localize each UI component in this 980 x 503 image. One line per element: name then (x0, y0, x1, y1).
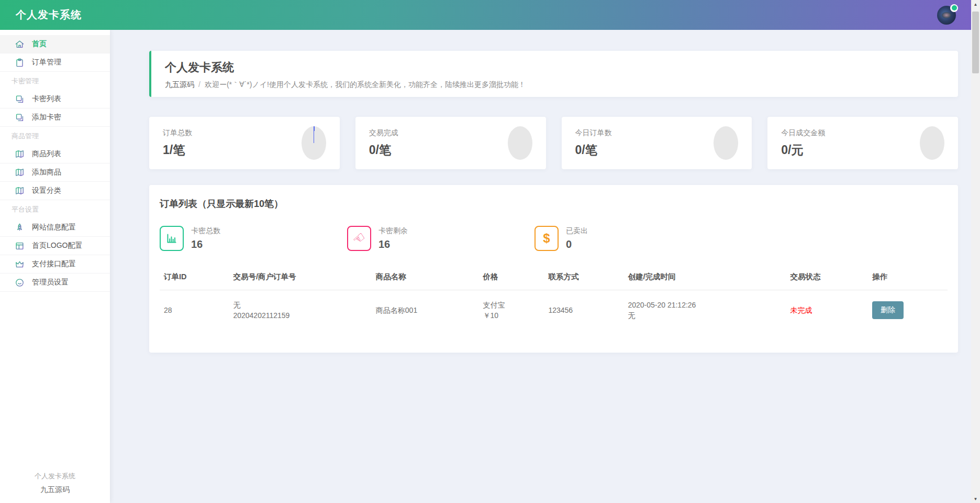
clipboard-icon (15, 58, 25, 68)
footer-brand-name: 九五源码 (0, 485, 110, 495)
mini-stat-sold: $ 已卖出 0 (534, 226, 722, 251)
stat-label: 今日订单数 (575, 128, 612, 138)
stat-value: 0/笔 (575, 142, 612, 158)
table-header-row: 订单ID 交易号/商户订单号 商品名称 价格 联系方式 创建/完成时间 交易状态… (160, 265, 948, 290)
col-action: 操作 (868, 265, 948, 290)
stat-label: 交易完成 (369, 128, 398, 138)
sidebar-item-label: 管理员设置 (32, 278, 69, 287)
mini-stat-value: 16 (378, 238, 408, 250)
online-status-badge (950, 4, 958, 12)
sidebar-section-cards: 卡密管理 (0, 72, 110, 90)
sidebar-item-label: 添加卡密 (32, 113, 61, 122)
mini-stat-label: 卡密剩余 (378, 226, 408, 236)
vertical-scrollbar[interactable]: ▲ ▼ (971, 0, 980, 503)
mini-stat-label: 卡密总数 (191, 226, 220, 236)
cell-order-id: 28 (160, 290, 229, 331)
status-badge: 未完成 (790, 306, 812, 314)
welcome-separator: / (198, 80, 201, 89)
order-list-title: 订单列表（只显示最新10笔） (160, 198, 948, 210)
smiley-icon (15, 278, 25, 288)
cell-product-name: 商品名称001 (372, 290, 479, 331)
sidebar-section-products: 商品管理 (0, 127, 110, 145)
sidebar-item-label: 卡密列表 (32, 94, 61, 104)
stat-value: 0/笔 (369, 142, 398, 158)
mini-stat-card-total: 卡密总数 16 (160, 226, 347, 251)
book-icon (15, 149, 25, 159)
sidebar-item-label: 网站信息配置 (32, 223, 76, 232)
sidebar-item-label: 添加商品 (32, 168, 61, 177)
welcome-brand: 九五源码 (165, 80, 194, 90)
sidebar-item-category[interactable]: 设置分类 (0, 182, 110, 200)
cell-trade-no: 无 20204202112159 (229, 290, 371, 331)
col-status: 交易状态 (786, 265, 868, 290)
sidebar-item-label: 订单管理 (32, 58, 61, 67)
scroll-up-arrow[interactable]: ▲ (971, 0, 980, 8)
cell-time: 2020-05-20 21:12:26 无 (623, 290, 786, 331)
sidebar: 首页 订单管理 卡密管理 卡密列表 添加卡密 商品管理 商品列表 添加商品 设置… (0, 30, 110, 503)
footer-system-name: 个人发卡系统 (0, 472, 110, 481)
sidebar-footer: 个人发卡系统 九五源码 (0, 472, 110, 495)
col-product-name: 商品名称 (372, 265, 479, 290)
scroll-down-arrow[interactable]: ▼ (971, 495, 980, 503)
copy-icon (15, 94, 25, 104)
welcome-message: 欢迎ー(*｀∀´*)ノイ!使用个人发卡系统，我们的系统全新美化，功能齐全，陆续推… (205, 80, 526, 90)
sidebar-item-label: 支付接口配置 (32, 259, 76, 269)
welcome-subtitle: 九五源码 / 欢迎ー(*｀∀´*)ノイ!使用个人发卡系统，我们的系统全新美化，功… (165, 80, 944, 90)
stat-value: 1/笔 (163, 142, 192, 158)
rocket-icon (15, 223, 25, 233)
sidebar-item-label: 首页LOGO配置 (32, 241, 82, 250)
bar-chart-icon (160, 226, 184, 251)
top-bar: 个人发卡系统 (0, 0, 980, 30)
order-list-panel: 订单列表（只显示最新10笔） 卡密总数 16 ☜ 卡密剩余 16 (149, 185, 958, 353)
mini-stat-label: 已卖出 (566, 226, 588, 236)
app-title: 个人发卡系统 (16, 8, 82, 22)
stat-card-completed: 交易完成 0/笔 (355, 117, 546, 169)
welcome-banner: 个人发卡系统 九五源码 / 欢迎ー(*｀∀´*)ノイ!使用个人发卡系统，我们的系… (149, 51, 958, 97)
table-row: 28 无 20204202112159 商品名称001 支付宝 ￥10 1234… (160, 290, 948, 331)
mini-stat-value: 16 (191, 238, 220, 250)
orders-table: 订单ID 交易号/商户订单号 商品名称 价格 联系方式 创建/完成时间 交易状态… (160, 265, 948, 331)
sidebar-item-payment-config[interactable]: 支付接口配置 (0, 255, 110, 274)
sidebar-item-label: 首页 (32, 39, 47, 49)
sidebar-section-platform: 平台设置 (0, 200, 110, 218)
sidebar-item-logo-config[interactable]: 首页LOGO配置 (0, 237, 110, 255)
sidebar-item-orders[interactable]: 订单管理 (0, 53, 110, 72)
cell-price: 支付宝 ￥10 (479, 290, 544, 331)
pie-chart (302, 126, 326, 160)
stat-card-total-orders: 订单总数 1/笔 (149, 117, 340, 169)
stat-card-today-amount: 今日成交金额 0/元 (767, 117, 958, 169)
sidebar-item-card-add[interactable]: 添加卡密 (0, 108, 110, 127)
book-icon (15, 168, 25, 178)
welcome-title: 个人发卡系统 (165, 60, 944, 75)
card-stats-row: 卡密总数 16 ☜ 卡密剩余 16 $ 已卖出 0 (160, 226, 948, 251)
scrollbar-thumb[interactable] (972, 12, 979, 73)
cell-status: 未完成 (786, 290, 868, 331)
stat-label: 订单总数 (163, 128, 192, 138)
sidebar-item-site-info[interactable]: 网站信息配置 (0, 218, 110, 237)
sidebar-item-card-list[interactable]: 卡密列表 (0, 90, 110, 108)
col-price: 价格 (479, 265, 544, 290)
user-avatar[interactable] (937, 6, 956, 25)
crown-icon (15, 259, 25, 269)
sidebar-item-home[interactable]: 首页 (0, 35, 110, 53)
col-trade-no: 交易号/商户订单号 (229, 265, 371, 290)
sidebar-item-label: 商品列表 (32, 149, 61, 159)
book-icon (15, 186, 25, 196)
stat-value: 0/元 (781, 142, 825, 158)
main-content: 个人发卡系统 九五源码 / 欢迎ー(*｀∀´*)ノイ!使用个人发卡系统，我们的系… (110, 30, 971, 503)
sidebar-item-product-add[interactable]: 添加商品 (0, 163, 110, 182)
home-icon (15, 39, 25, 49)
sidebar-item-admin-settings[interactable]: 管理员设置 (0, 274, 110, 292)
mini-stat-card-remaining: ☜ 卡密剩余 16 (347, 226, 534, 251)
col-order-id: 订单ID (160, 265, 229, 290)
stat-label: 今日成交金额 (781, 128, 825, 138)
delete-button[interactable]: 删除 (872, 301, 904, 319)
sidebar-item-product-list[interactable]: 商品列表 (0, 145, 110, 163)
stat-cards-row: 订单总数 1/笔 交易完成 0/笔 今日订单数 0/笔 今日成交金额 0/元 (149, 117, 958, 169)
hand-pointer-icon: ☜ (347, 226, 371, 251)
cell-action: 删除 (868, 290, 948, 331)
col-time: 创建/完成时间 (623, 265, 786, 290)
pie-chart (920, 126, 944, 160)
pie-chart (508, 126, 532, 160)
layout-icon (15, 241, 25, 251)
